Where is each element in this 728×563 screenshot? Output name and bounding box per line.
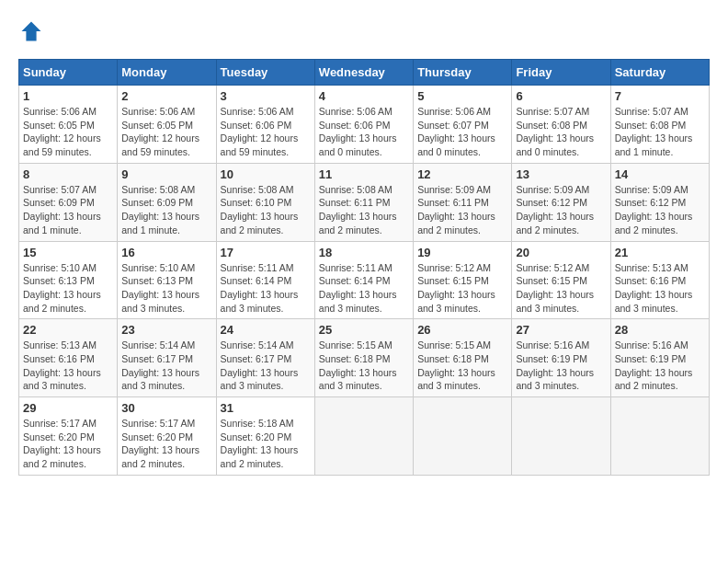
table-row [610,397,709,476]
calendar-header-row: Sunday Monday Tuesday Wednesday Thursday… [19,60,710,86]
day-number: 18 [319,246,409,259]
day-info: Sunrise: 5:14 AMSunset: 6:17 PMDaylight:… [121,339,211,393]
table-row: 23 Sunrise: 5:14 AMSunset: 6:17 PMDaylig… [118,319,216,397]
table-row: 20 Sunrise: 5:12 AMSunset: 6:15 PMDaylig… [512,241,610,319]
table-row [414,397,512,476]
calendar-row: 15 Sunrise: 5:10 AMSunset: 6:13 PMDaylig… [19,241,710,319]
table-row: 5 Sunrise: 5:06 AMSunset: 6:07 PMDayligh… [414,86,512,164]
table-row: 2 Sunrise: 5:06 AMSunset: 6:05 PMDayligh… [118,86,216,164]
day-info: Sunrise: 5:14 AMSunset: 6:17 PMDaylight:… [221,339,311,393]
day-number: 30 [121,401,211,415]
day-number: 24 [221,323,311,337]
day-number: 20 [516,246,606,259]
day-info: Sunrise: 5:15 AMSunset: 6:18 PMDaylight:… [417,339,507,393]
day-number: 22 [23,323,113,337]
table-row: 1 Sunrise: 5:06 AMSunset: 6:05 PMDayligh… [19,86,118,164]
day-info: Sunrise: 5:13 AMSunset: 6:16 PMDaylight:… [23,339,113,393]
table-row: 27 Sunrise: 5:16 AMSunset: 6:19 PMDaylig… [512,319,610,397]
day-number: 8 [23,167,113,181]
table-row: 21 Sunrise: 5:13 AMSunset: 6:16 PMDaylig… [610,241,709,319]
calendar-row: 8 Sunrise: 5:07 AMSunset: 6:09 PMDayligh… [19,163,710,241]
col-monday: Monday [118,60,216,86]
day-number: 23 [121,323,211,337]
table-row: 30 Sunrise: 5:17 AMSunset: 6:20 PMDaylig… [118,397,216,476]
col-thursday: Thursday [414,60,512,86]
day-number: 17 [221,246,311,259]
day-info: Sunrise: 5:12 AMSunset: 6:15 PMDaylight:… [417,261,507,316]
col-saturday: Saturday [610,60,709,86]
day-info: Sunrise: 5:09 AMSunset: 6:12 PMDaylight:… [615,183,705,237]
day-number: 26 [417,323,507,337]
day-info: Sunrise: 5:08 AMSunset: 6:10 PMDaylight:… [221,183,311,237]
day-number: 6 [516,89,606,103]
table-row: 10 Sunrise: 5:08 AMSunset: 6:10 PMDaylig… [216,163,314,241]
table-row: 24 Sunrise: 5:14 AMSunset: 6:17 PMDaylig… [216,319,314,397]
logo [18,18,48,44]
day-info: Sunrise: 5:13 AMSunset: 6:16 PMDaylight:… [615,261,705,316]
col-sunday: Sunday [19,60,118,86]
day-info: Sunrise: 5:06 AMSunset: 6:05 PMDaylight:… [23,105,113,159]
day-info: Sunrise: 5:08 AMSunset: 6:11 PMDaylight:… [319,183,409,237]
calendar-row: 22 Sunrise: 5:13 AMSunset: 6:16 PMDaylig… [19,319,710,397]
calendar: Sunday Monday Tuesday Wednesday Thursday… [18,59,710,476]
day-info: Sunrise: 5:12 AMSunset: 6:15 PMDaylight:… [516,261,606,316]
day-number: 31 [221,401,311,415]
table-row: 9 Sunrise: 5:08 AMSunset: 6:09 PMDayligh… [118,163,216,241]
table-row: 19 Sunrise: 5:12 AMSunset: 6:15 PMDaylig… [414,241,512,319]
col-friday: Friday [512,60,610,86]
col-tuesday: Tuesday [216,60,314,86]
day-number: 11 [319,167,409,181]
day-number: 1 [23,89,113,103]
day-number: 28 [615,323,705,337]
day-info: Sunrise: 5:06 AMSunset: 6:06 PMDaylight:… [319,105,409,159]
table-row: 8 Sunrise: 5:07 AMSunset: 6:09 PMDayligh… [19,163,118,241]
day-number: 7 [615,89,705,103]
day-info: Sunrise: 5:07 AMSunset: 6:09 PMDaylight:… [23,183,113,237]
table-row: 22 Sunrise: 5:13 AMSunset: 6:16 PMDaylig… [19,319,118,397]
day-number: 4 [319,89,409,103]
table-row: 15 Sunrise: 5:10 AMSunset: 6:13 PMDaylig… [19,241,118,319]
day-number: 3 [221,89,311,103]
svg-marker-0 [22,22,41,41]
day-number: 16 [121,246,211,259]
table-row: 3 Sunrise: 5:06 AMSunset: 6:06 PMDayligh… [216,86,314,164]
day-number: 5 [417,89,507,103]
table-row: 25 Sunrise: 5:15 AMSunset: 6:18 PMDaylig… [314,319,413,397]
day-info: Sunrise: 5:17 AMSunset: 6:20 PMDaylight:… [23,417,113,471]
table-row: 11 Sunrise: 5:08 AMSunset: 6:11 PMDaylig… [314,163,413,241]
day-info: Sunrise: 5:07 AMSunset: 6:08 PMDaylight:… [516,105,606,159]
header [18,18,710,44]
day-info: Sunrise: 5:10 AMSunset: 6:13 PMDaylight:… [121,261,211,316]
day-info: Sunrise: 5:15 AMSunset: 6:18 PMDaylight:… [319,339,409,393]
day-info: Sunrise: 5:06 AMSunset: 6:07 PMDaylight:… [417,105,507,159]
col-wednesday: Wednesday [314,60,413,86]
day-info: Sunrise: 5:10 AMSunset: 6:13 PMDaylight:… [23,261,113,316]
day-number: 9 [121,167,211,181]
day-number: 10 [221,167,311,181]
day-info: Sunrise: 5:08 AMSunset: 6:09 PMDaylight:… [121,183,211,237]
day-info: Sunrise: 5:11 AMSunset: 6:14 PMDaylight:… [221,261,311,316]
day-info: Sunrise: 5:16 AMSunset: 6:19 PMDaylight:… [516,339,606,393]
table-row [512,397,610,476]
day-number: 25 [319,323,409,337]
calendar-row: 29 Sunrise: 5:17 AMSunset: 6:20 PMDaylig… [19,397,710,476]
table-row [314,397,413,476]
table-row: 14 Sunrise: 5:09 AMSunset: 6:12 PMDaylig… [610,163,709,241]
day-number: 14 [615,167,705,181]
day-number: 12 [417,167,507,181]
table-row: 26 Sunrise: 5:15 AMSunset: 6:18 PMDaylig… [414,319,512,397]
day-info: Sunrise: 5:07 AMSunset: 6:08 PMDaylight:… [615,105,705,159]
day-number: 21 [615,246,705,259]
day-info: Sunrise: 5:06 AMSunset: 6:05 PMDaylight:… [121,105,211,159]
table-row: 31 Sunrise: 5:18 AMSunset: 6:20 PMDaylig… [216,397,314,476]
table-row: 13 Sunrise: 5:09 AMSunset: 6:12 PMDaylig… [512,163,610,241]
table-row: 7 Sunrise: 5:07 AMSunset: 6:08 PMDayligh… [610,86,709,164]
table-row: 28 Sunrise: 5:16 AMSunset: 6:19 PMDaylig… [610,319,709,397]
logo-icon [18,18,44,44]
day-info: Sunrise: 5:06 AMSunset: 6:06 PMDaylight:… [221,105,311,159]
day-info: Sunrise: 5:11 AMSunset: 6:14 PMDaylight:… [319,261,409,316]
day-number: 27 [516,323,606,337]
table-row: 17 Sunrise: 5:11 AMSunset: 6:14 PMDaylig… [216,241,314,319]
day-number: 19 [417,246,507,259]
day-info: Sunrise: 5:09 AMSunset: 6:12 PMDaylight:… [516,183,606,237]
